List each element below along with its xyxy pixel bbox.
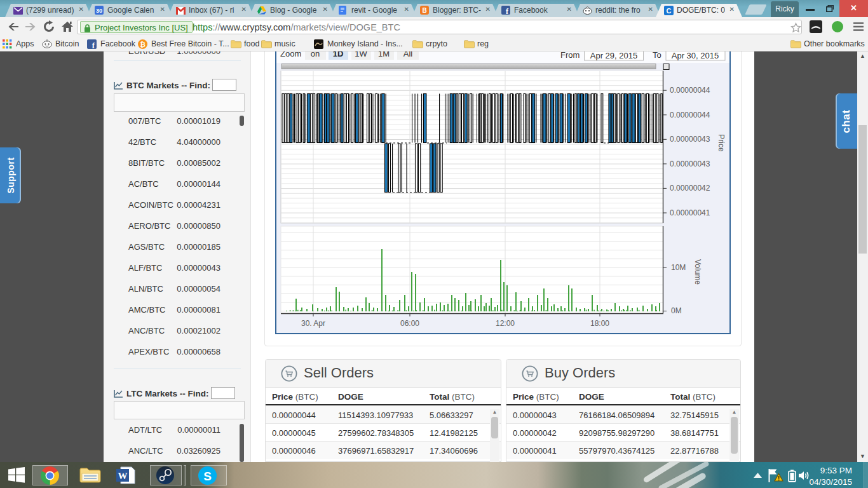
svg-text:0.00000044: 0.00000044: [670, 111, 710, 119]
svg-text:on: on: [311, 51, 320, 58]
svg-text:0.00000041: 0.00000041: [670, 208, 710, 217]
svg-text:C: C: [667, 7, 672, 15]
svg-text:₿: ₿: [140, 41, 146, 48]
svg-text:1D: 1D: [333, 51, 344, 58]
svg-text:30: 30: [96, 8, 102, 14]
svg-text:0.00000042: 0.00000042: [670, 184, 710, 193]
svg-text:0.00000044: 0.00000044: [670, 86, 710, 95]
svg-text:1W: 1W: [355, 51, 367, 58]
svg-text:From: From: [560, 51, 580, 60]
svg-text:Zoom: Zoom: [280, 51, 301, 58]
svg-text:0.00000043: 0.00000043: [670, 159, 710, 168]
svg-text:S: S: [203, 470, 212, 483]
svg-text:06:00: 06:00: [400, 319, 419, 328]
svg-text:0.00000043: 0.00000043: [670, 135, 710, 144]
svg-text:W: W: [118, 471, 128, 481]
svg-text:12:00: 12:00: [496, 319, 515, 328]
svg-text:B: B: [422, 7, 426, 14]
svg-text:To: To: [653, 51, 661, 60]
svg-text:Price: Price: [717, 134, 726, 152]
svg-text:1M: 1M: [378, 51, 390, 58]
svg-text:Apr 29, 2015: Apr 29, 2015: [590, 51, 637, 60]
svg-text:30. Apr: 30. Apr: [301, 319, 325, 328]
svg-text:18:00: 18:00: [590, 319, 609, 328]
svg-text:Apr 30, 2015: Apr 30, 2015: [672, 51, 719, 60]
svg-text:Volume: Volume: [693, 259, 702, 285]
svg-text:10M: 10M: [671, 263, 686, 272]
svg-text:f: f: [92, 41, 95, 49]
svg-text:All: All: [403, 51, 413, 58]
svg-text:0M: 0M: [671, 306, 682, 315]
